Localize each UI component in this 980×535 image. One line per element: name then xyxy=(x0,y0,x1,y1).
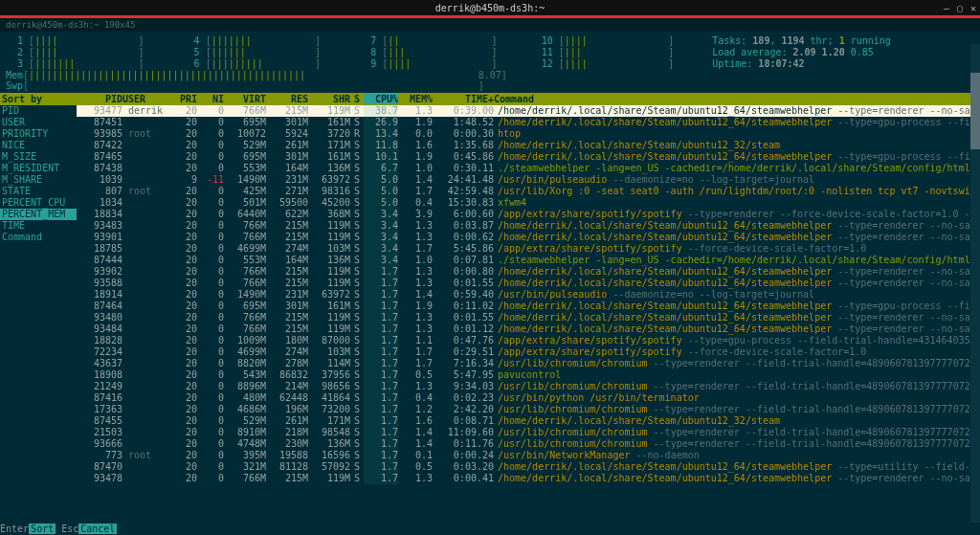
table-row[interactable]: 87464 200695M301M161MS1.71.90:11.02/home… xyxy=(77,301,980,312)
sort-opt-USER[interactable]: USER xyxy=(0,117,77,128)
table-row[interactable]: 807 root200425M271M98316S5.01.742:59.48/… xyxy=(77,186,980,197)
sort-opt-M_SIZE[interactable]: M_SIZE xyxy=(0,151,77,163)
table-row[interactable]: 93484 200766M215M119MS1.71.30:01.12/home… xyxy=(77,323,980,335)
table-row[interactable]: 87470 200321M8112857092S1.70.50:03.20/ho… xyxy=(77,461,980,473)
minimize-icon[interactable]: — xyxy=(944,3,949,13)
col-NI[interactable]: NI xyxy=(197,94,224,104)
table-row[interactable]: 93483 200766M215M119MS3.41.30:03.87/home… xyxy=(77,220,980,232)
sort-opt-NICE[interactable]: NICE xyxy=(0,140,77,151)
col-PID[interactable]: PID xyxy=(77,94,122,104)
table-row[interactable]: 21503 2008910M218M98548S1.71.411:09.60/u… xyxy=(77,427,980,438)
table-row[interactable]: 93902 200766M215M119MS1.71.30:00.80/home… xyxy=(77,266,980,278)
table-row[interactable]: 87465 200695M301M161MS10.11.90:45.86/hom… xyxy=(77,151,980,163)
table-row[interactable]: 18785 2004699M274M103MS3.41.75:45.86/app… xyxy=(77,243,980,255)
terminal-tab[interactable]: derrik@450m-ds3h:~ 190x45 xyxy=(0,18,980,32)
col-Command[interactable]: Command xyxy=(494,94,781,104)
table-row[interactable]: 87455 200529M261M171MS1.71.60:08.71/home… xyxy=(77,415,980,427)
process-table[interactable]: 93477 derrik200766M215M119MS38.71.30:39.… xyxy=(77,105,980,526)
window-titlebar: derrik@b450m-ds3h:~ — ▢ ✕ xyxy=(0,0,980,15)
table-row[interactable]: 1039 9-111490M231M63972S5.01.424:41.48/u… xyxy=(77,174,980,186)
col-PRI[interactable]: PRI xyxy=(170,94,197,104)
col-VIRT[interactable]: VIRT xyxy=(224,94,266,104)
table-row[interactable]: 93901 200766M215M119MS3.41.30:00.62/home… xyxy=(77,232,980,243)
sort-opt-Command[interactable]: Command xyxy=(0,232,77,243)
table-row[interactable]: 93477 derrik200766M215M119MS38.71.30:39.… xyxy=(77,105,980,117)
maximize-icon[interactable]: ▢ xyxy=(957,3,963,13)
table-row[interactable]: 43637 2008820M278M114MS1.71.77:16.34/usr… xyxy=(77,358,980,369)
table-row[interactable]: 18828 2001009M180M87000S1.71.10:47.76/ap… xyxy=(77,335,980,346)
table-row[interactable]: 18914 2001490M231M63972S1.71.40:59.40/us… xyxy=(77,289,980,301)
column-headers[interactable]: Sort by PIDUSERPRINIVIRTRESSHRSCPU%MEM%T… xyxy=(0,93,980,105)
col-TIME+[interactable]: TIME+ xyxy=(433,94,494,104)
table-row[interactable]: 87444 200553M164M136MS3.41.00:07.81./ste… xyxy=(77,255,980,266)
sort-opt-STATE[interactable]: STATE xyxy=(0,186,77,197)
col-CPU%[interactable]: CPU% xyxy=(364,94,398,104)
table-row[interactable]: 87416 200480M6244841864S1.70.40:02.23/us… xyxy=(77,392,980,404)
table-row[interactable]: 18834 2006440M622M368MS3.43.96:00.60/app… xyxy=(77,209,980,220)
meters-panel: 1 [|||| ] 2 [|||| ] 3 [||||||| ] 4 [||||… xyxy=(0,32,980,93)
table-row[interactable]: 87422 200529M261M171MS11.81.61:35.68/hom… xyxy=(77,140,980,151)
window-title: derrik@b450m-ds3h:~ xyxy=(435,3,545,13)
sort-opt-M_SHARE[interactable]: M_SHARE xyxy=(0,174,77,186)
sort-opt-PID[interactable]: PID xyxy=(0,105,77,117)
sort-opt-PRIORITY[interactable]: PRIORITY xyxy=(0,128,77,140)
table-row[interactable]: 93478 200766M215M119MS1.71.30:00.41/home… xyxy=(77,473,980,484)
col-MEM%[interactable]: MEM% xyxy=(398,94,433,104)
footer-Sort[interactable]: Sort xyxy=(29,524,56,534)
table-row[interactable]: 1034 200501M5950045200S5.00.415:30.83xfw… xyxy=(77,197,980,209)
sort-by-header: Sort by xyxy=(0,94,77,104)
col-SHR[interactable]: SHR xyxy=(308,94,350,104)
table-row[interactable]: 93666 2004748M230M136MS1.71.40:11.76/usr… xyxy=(77,438,980,450)
table-row[interactable]: 93480 200766M215M119MS1.71.30:01.55/home… xyxy=(77,312,980,323)
sort-opt-TIME[interactable]: TIME xyxy=(0,220,77,232)
footer-bar: EnterSortEscCancel xyxy=(0,523,980,535)
col-USER[interactable]: USER xyxy=(122,94,170,104)
table-row[interactable]: 72234 2004699M274M103MS1.71.70:29.51/app… xyxy=(77,346,980,358)
table-row[interactable]: 93985 root2001007259243720R13.40.00:00.3… xyxy=(77,128,980,140)
sort-opt-M_RESIDENT[interactable]: M_RESIDENT xyxy=(0,163,77,174)
table-row[interactable]: 18908 200543M8683237956S1.70.55:47.95pav… xyxy=(77,369,980,381)
table-row[interactable]: 87438 200553M164M136MS6.71.00:30.11./ste… xyxy=(77,163,980,174)
col-S[interactable]: S xyxy=(350,94,364,104)
col-RES[interactable]: RES xyxy=(266,94,308,104)
table-row[interactable]: 93588 200766M215M119MS1.71.30:01.55/home… xyxy=(77,278,980,289)
table-row[interactable]: 21249 2008896M214M98656S1.71.39:34.03/us… xyxy=(77,381,980,392)
scrollbar[interactable] xyxy=(970,44,980,523)
sort-by-panel[interactable]: PIDUSERPRIORITYNICEM_SIZEM_RESIDENTM_SHA… xyxy=(0,105,77,526)
table-row[interactable]: 87451 200695M301M161MS26.91.91:48.52/hom… xyxy=(77,117,980,128)
scrollbar-thumb[interactable] xyxy=(970,73,980,149)
sort-opt-PERCENT_CPU[interactable]: PERCENT_CPU xyxy=(0,197,77,209)
close-icon[interactable]: ✕ xyxy=(970,3,976,13)
footer-Cancel[interactable]: Cancel xyxy=(78,524,117,534)
sort-opt-PERCENT_MEM[interactable]: PERCENT_MEM xyxy=(0,209,77,220)
table-row[interactable]: 773 root200395M1958816596S1.70.10:00.24/… xyxy=(77,450,980,461)
table-row[interactable]: 17363 2004686M196M73200S1.71.22:42.20/us… xyxy=(77,404,980,415)
